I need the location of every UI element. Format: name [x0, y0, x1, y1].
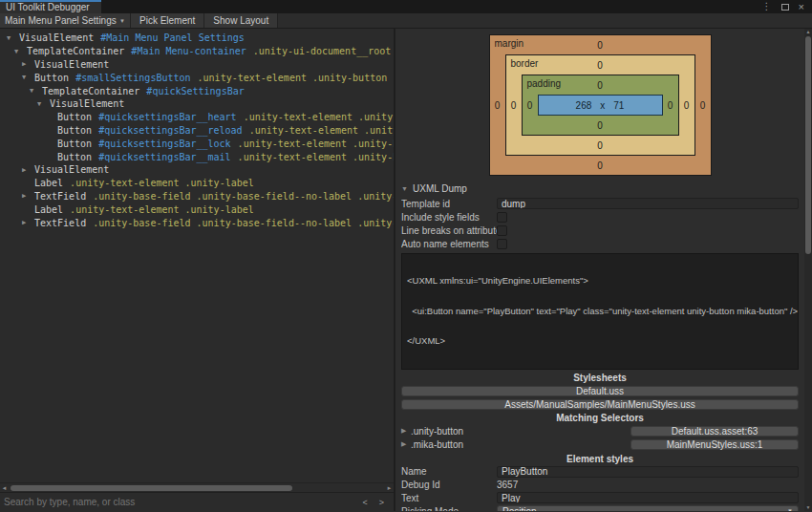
foldout-arrow-icon[interactable]: ▼	[401, 185, 413, 192]
scroll-right-icon[interactable]: ►	[385, 483, 394, 493]
text-row: Text	[401, 492, 799, 505]
tree-row[interactable]: ▼ Button #smallSettingsButton .unity-tex…	[0, 71, 394, 84]
tree-element-type: Button	[57, 125, 92, 136]
tree-row[interactable]: ▼ VisualElement	[0, 97, 394, 111]
tree-element-classes: .unity-base-field .unity-base-field--no-…	[93, 218, 394, 228]
scroll-down-icon[interactable]: ▼	[804, 504, 812, 510]
tree-element-name: #Main Menu-container	[131, 46, 246, 56]
margin-right-value: 0	[695, 54, 711, 156]
pick-element-button[interactable]: Pick Element	[131, 13, 204, 28]
foldout-arrow-icon[interactable]: ▶	[401, 427, 411, 435]
foldout-arrow-icon[interactable]: ▼	[35, 100, 50, 108]
search-input[interactable]	[4, 497, 356, 507]
horizontal-scrollbar[interactable]: ◄ ►	[0, 482, 394, 492]
search-next-button[interactable]: >	[374, 498, 390, 507]
tree-row[interactable]: ▶ VisualElement	[0, 58, 394, 72]
content-size-separator: x	[600, 100, 605, 111]
box-model-diagram: margin 0 0 0 0 border 0 0 0 0 padding	[401, 34, 799, 176]
tree-row[interactable]: Label .unity-text-element .unity-label	[0, 177, 394, 190]
tree-row[interactable]: Button #quicksettingsBar__lock .unity-te…	[0, 137, 394, 150]
border-label: border	[511, 58, 539, 69]
tree-element-name: #smallSettingsButton	[75, 73, 190, 83]
uxml-code-box[interactable]: <UXML xmlns:ui="UnityEngine.UIElements">…	[401, 253, 799, 370]
auto-name-row: Auto name elements	[401, 237, 799, 250]
tree-element-name: #quicksettingsBar__mail	[98, 152, 230, 162]
inspector-panel: margin 0 0 0 0 border 0 0 0 0 padding	[395, 29, 812, 511]
box-model-padding: padding 0 0 0 0 268 x 71	[522, 75, 679, 136]
line-breaks-checkbox[interactable]	[497, 225, 507, 236]
selector-source-button[interactable]: Default.uss.asset:63	[630, 426, 799, 437]
tree-element-name: #Main Menu Panel Settings	[100, 32, 245, 43]
template-id-field[interactable]	[497, 198, 799, 209]
tree-element-type: Button	[57, 139, 92, 149]
foldout-arrow-icon[interactable]: ▼	[12, 48, 27, 55]
uxml-dump-foldout[interactable]: ▼ UXML Dump	[401, 182, 799, 194]
scroll-up-icon[interactable]: ▲	[804, 29, 812, 34]
stylesheet-button[interactable]: Default.uss	[401, 386, 799, 396]
tree-row[interactable]: Button #quicksettingsBar__heart .unity-t…	[0, 111, 394, 124]
tree-element-type: VisualElement	[34, 59, 109, 70]
hscroll-track[interactable]	[9, 483, 385, 492]
panel-select-dropdown[interactable]: Main Menu Panel Settings ▼	[0, 13, 131, 28]
tree-row[interactable]: ▶ TextField .unity-base-field .unity-bas…	[0, 190, 394, 203]
vertical-scrollbar[interactable]: ▲ ▼	[804, 29, 812, 511]
name-field[interactable]	[497, 466, 799, 478]
text-field[interactable]	[497, 492, 799, 503]
tree-row[interactable]: Button #quicksettingsBar__mail .unity-te…	[0, 150, 394, 163]
tree-element-type: Button	[57, 152, 92, 162]
selector-name: .unity-button	[411, 426, 630, 437]
search-prev-button[interactable]: <	[356, 498, 373, 507]
picking-mode-value: Position	[502, 506, 537, 511]
tree-element-name: #quicksettingsBar__reload	[98, 125, 243, 136]
tree-element-type: Label	[34, 178, 63, 188]
foldout-arrow-icon[interactable]: ▶	[401, 440, 411, 448]
tree-row[interactable]: ▶ TextField .unity-base-field .unity-bas…	[0, 216, 394, 229]
template-id-label: Template id	[401, 199, 497, 209]
maximize-icon[interactable]	[781, 4, 789, 11]
foldout-arrow-icon[interactable]: ▶	[20, 192, 34, 200]
picking-mode-dropdown[interactable]: Position ▼	[497, 505, 799, 511]
tree-row[interactable]: ▼ TemplateContainer #quickSettingsBar	[0, 84, 394, 97]
include-style-fields-checkbox[interactable]	[497, 212, 507, 223]
template-id-row: Template id	[401, 197, 799, 210]
tree-row[interactable]: Button #quicksettingsBar__reload .unity-…	[0, 124, 394, 138]
tree-element-type: Button	[34, 73, 69, 83]
kebab-menu-icon[interactable]: ⋮	[762, 2, 772, 11]
selector-source-button[interactable]: MainMenuStyles.uss:1	[630, 439, 799, 450]
tree-element-type: TextField	[34, 218, 86, 228]
show-layout-button[interactable]: Show Layout	[204, 13, 278, 28]
tree-element-type: VisualElement	[19, 32, 94, 43]
foldout-arrow-icon[interactable]: ▼	[20, 74, 34, 81]
picking-mode-row: Picking Mode Position ▼	[401, 504, 799, 511]
margin-bottom-value: 0	[490, 156, 711, 175]
border-bottom-value: 0	[506, 136, 694, 155]
tree-row[interactable]: ▼ TemplateContainer #Main Menu-container…	[0, 45, 394, 58]
tree-element-type: VisualElement	[50, 98, 124, 109]
name-row: Name	[401, 465, 799, 479]
line-breaks-row: Line breaks on attributes	[401, 224, 799, 237]
tree-element-name: #quicksettingsBar__heart	[98, 112, 237, 122]
main-split: ▼ VisualElement #Main Menu Panel Setting…	[0, 29, 812, 511]
stylesheet-button[interactable]: Assets/ManualSamples/MainMenuStyles.uss	[401, 399, 799, 410]
tree-row[interactable]: Label .unity-text-element .unity-label	[0, 203, 394, 216]
tab-ui-toolkit-debugger[interactable]: UI Toolkit Debugger	[0, 0, 101, 13]
uxml-code-line: <ui:Button name="PlayButton" text="Play"…	[407, 307, 793, 317]
foldout-arrow-icon[interactable]: ▼	[28, 87, 42, 95]
hscroll-thumb[interactable]	[11, 485, 292, 491]
close-icon[interactable]: ×	[799, 2, 804, 11]
foldout-arrow-icon[interactable]: ▼	[5, 34, 19, 42]
window-controls: ⋮ ×	[762, 0, 812, 13]
tree-row[interactable]: ▶ VisualElement	[0, 163, 394, 177]
scroll-left-icon[interactable]: ◄	[0, 483, 9, 493]
auto-name-checkbox[interactable]	[497, 239, 507, 249]
vscroll-thumb[interactable]	[805, 36, 811, 254]
tree-row[interactable]: ▼ VisualElement #Main Menu Panel Setting…	[0, 32, 394, 45]
foldout-arrow-icon[interactable]: ▶	[20, 219, 34, 226]
foldout-arrow-icon[interactable]: ▶	[20, 166, 34, 174]
include-style-fields-row: Include style fields	[401, 210, 799, 224]
foldout-arrow-icon[interactable]: ▶	[20, 60, 34, 68]
debug-id-label: Debug Id	[401, 480, 497, 490]
uxml-dump-title: UXML Dump	[413, 183, 467, 194]
box-model-margin: margin 0 0 0 0 border 0 0 0 0 padding	[489, 34, 712, 176]
selector-row: ▶ .mika-button MainMenuStyles.uss:1	[401, 437, 799, 451]
